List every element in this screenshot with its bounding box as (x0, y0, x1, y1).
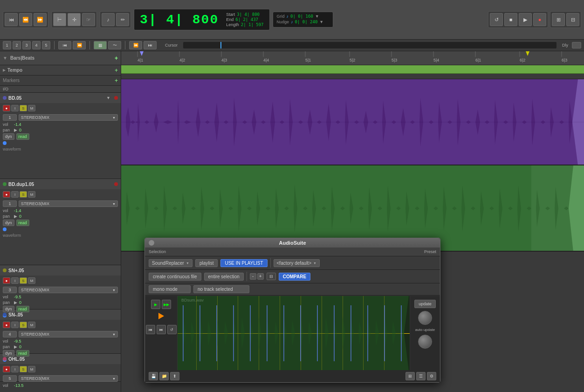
stop-btn[interactable]: ■ (504, 13, 517, 26)
read-btn-bd-dup[interactable]: read (16, 220, 29, 226)
as-entire-selection-btn[interactable]: entire selection (204, 273, 244, 281)
track-sn-plus-rec-btn[interactable]: ● (3, 277, 10, 284)
as-play-btn[interactable]: ▶ (151, 300, 160, 309)
track-bd-dup-solo-btn[interactable]: S (20, 191, 27, 198)
track-bd-collapse[interactable]: ▼ (106, 96, 110, 100)
num-btn-3[interactable]: 3 (22, 41, 31, 49)
track-sn-minus-input-btn[interactable]: I (11, 322, 19, 328)
track-ohl-mute-btn[interactable]: M (28, 366, 35, 372)
grid-val: 0| 0| 160 (290, 14, 313, 19)
free-mode-btn[interactable]: 〜 (108, 41, 121, 49)
fast-back-btn[interactable]: ⏪ (19, 13, 32, 26)
dyn-btn-sn-plus[interactable]: dyn (3, 306, 14, 312)
end-btn[interactable]: ⏭ (144, 41, 157, 49)
as-create-continuous-btn[interactable]: create continuous file (149, 273, 201, 281)
as-skip-back-btn[interactable]: ⏮ (146, 325, 155, 334)
as-mono-mode-btn[interactable]: mono mode (149, 285, 191, 293)
as-playlist-btn[interactable]: playlist (195, 259, 218, 267)
dyn-btn-sn-minus[interactable]: dyn (3, 350, 14, 357)
dyn-btn-bd-dup[interactable]: dyn (3, 220, 14, 226)
track-sn-plus-io-selector[interactable]: STEREO3(MIX ▼ (19, 287, 118, 293)
grid-label: Grid (277, 14, 285, 19)
track-ohl-dot (3, 357, 7, 361)
as-auto-update-knob[interactable] (418, 335, 432, 349)
ruler-label-4-4: 4|4 (263, 58, 269, 62)
num-btn-1[interactable]: 1 (3, 41, 11, 49)
track-sn-minus-rec-btn[interactable]: ● (3, 322, 10, 328)
track-sn-plus-io-num[interactable]: 3 (3, 287, 17, 293)
as-update-btn[interactable]: update (414, 300, 436, 308)
add-markers-btn[interactable]: + (115, 77, 118, 84)
rewind-btn[interactable]: ⏮ (5, 13, 18, 26)
fwd-btn[interactable]: ⏩ (129, 41, 142, 49)
markers-section[interactable]: Markers + (0, 76, 121, 86)
track-bd-mute-btn[interactable]: M (28, 105, 35, 111)
tempo-section[interactable]: ▶ Tempo + (0, 65, 121, 76)
dyn-btn-bd[interactable]: dyn (3, 133, 14, 140)
trim-tool-btn[interactable]: ⊢ (53, 13, 66, 26)
grabber-tool-btn[interactable]: ☞ (82, 13, 95, 26)
track-sn-plus-input-btn[interactable]: I (11, 277, 19, 284)
track-bd-dup-rec-btn[interactable]: ● (3, 191, 10, 198)
as-save-btn[interactable]: 💾 (149, 372, 158, 380)
read-btn-bd[interactable]: read (16, 133, 29, 140)
track-ohl-input-btn[interactable]: I (11, 366, 19, 372)
track-ohl-rec-btn[interactable]: ● (3, 366, 10, 372)
back-btn[interactable]: ⏮ (58, 41, 71, 49)
as-update-knob[interactable] (418, 311, 432, 325)
track-bd-io-num[interactable]: 1 (3, 114, 17, 121)
as-factory-selector[interactable]: <factory default> (274, 259, 320, 267)
as-use-in-playlist-btn[interactable]: USE IN PLAYLIST (220, 259, 267, 267)
num-btn-4[interactable]: 4 (32, 41, 41, 49)
as-list-btn[interactable]: ☰ (416, 372, 426, 380)
as-loop-btn[interactable]: ↺ (167, 325, 177, 334)
as-close-btn[interactable] (149, 240, 154, 246)
num-btn-2[interactable]: 2 (13, 41, 21, 49)
as-plugin-selector[interactable]: SoundReplacer (149, 259, 192, 267)
as-compare-btn[interactable]: COMPARE (279, 273, 310, 281)
track-ohl-io-selector[interactable]: STEREO3(MIX ▼ (19, 375, 118, 382)
track-ohl-solo-btn[interactable]: S (20, 366, 27, 372)
as-play-btn2[interactable]: ▶▶ (162, 300, 171, 309)
num-btn-5[interactable]: 5 (42, 41, 50, 49)
track-bd-dup-io-selector[interactable]: STEREO3(MIX ▼ (19, 200, 118, 207)
as-skip-fwd-btn[interactable]: ⏭ (157, 325, 166, 334)
track-bd-io-selector[interactable]: STEREO3(MIX ▼ (19, 114, 118, 121)
track-sn-minus-io-selector[interactable]: STEREO3(MIX ▼ (19, 331, 118, 337)
as-settings-btn[interactable]: ⚙ (427, 372, 436, 380)
play-btn[interactable]: ▶ (519, 13, 532, 26)
fast-fwd-btn[interactable]: ⏩ (34, 13, 47, 26)
as-grid-btn[interactable]: ⊞ (405, 372, 415, 380)
track-bd-dup-io-num[interactable]: 1 (3, 200, 17, 207)
track-bd-dup-mute-btn[interactable]: M (28, 191, 35, 198)
pencil-btn[interactable]: ✏ (116, 13, 129, 26)
grid-mode-btn[interactable]: ▦ (94, 41, 107, 49)
track-ohl-io-num[interactable]: 5 (3, 375, 17, 382)
add-marker-btn[interactable]: + (115, 55, 118, 62)
record-btn[interactable]: ● (533, 13, 546, 26)
track-bd-input-btn[interactable]: I (11, 105, 19, 111)
track-sn-plus-solo-btn[interactable]: S (20, 277, 27, 284)
track-bd-rec-btn[interactable]: ● (3, 105, 10, 111)
read-btn-sn-plus[interactable]: read (16, 306, 29, 312)
as-copy-btn[interactable]: ⊟ (267, 273, 276, 280)
as-no-track-btn[interactable]: no track selected (193, 285, 249, 293)
as-folder-btn[interactable]: 📁 (159, 372, 169, 380)
as-minus-btn[interactable]: - (250, 273, 256, 280)
loop-btn[interactable]: ↺ (490, 13, 503, 26)
prev-btn[interactable]: ⏪ (73, 41, 86, 49)
as-export-btn[interactable]: ⬆ (170, 372, 179, 380)
track-sn-minus-io-num[interactable]: 4 (3, 331, 17, 337)
speaker-btn[interactable]: ♪ (102, 13, 115, 26)
track-sn-minus-solo-btn[interactable]: S (20, 322, 27, 328)
as-plus-btn[interactable]: + (257, 273, 264, 280)
view-btn2[interactable]: ⊟ (566, 13, 579, 26)
view-btn1[interactable]: ⊞ (552, 13, 565, 26)
selector-tool-btn[interactable]: ✛ (68, 13, 81, 26)
track-bd-solo-btn[interactable]: S (20, 105, 27, 111)
add-tempo-btn[interactable]: + (115, 67, 118, 74)
track-sn-plus-mute-btn[interactable]: M (28, 277, 35, 284)
track-sn-minus-mute-btn[interactable]: M (28, 322, 35, 328)
track-bd-dup-input-btn[interactable]: I (11, 191, 19, 198)
read-btn-sn-minus[interactable]: read (16, 350, 29, 357)
